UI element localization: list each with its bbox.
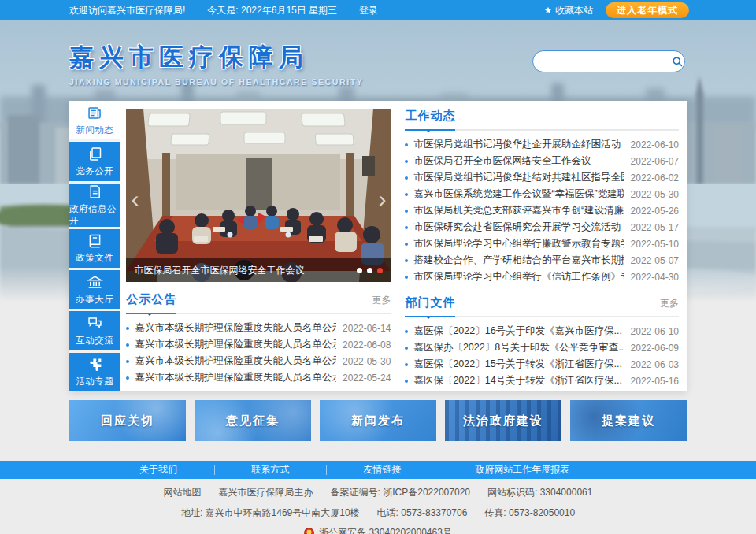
sidebar-item-activities[interactable]: 活动专题 [69,353,120,391]
footer-nav-annual-report[interactable]: 政府网站工作年度报表 [439,463,606,477]
carousel-dots [357,268,383,273]
meeting-photo [126,109,391,282]
sidebar-item-interaction[interactable]: 互动交流 [69,311,120,350]
sidebar-item-label: 互动交流 [76,335,113,347]
search-input[interactable] [533,56,671,67]
site-title: 嘉兴市医疗保障局 JIAXING MUNICIPAL BUREAU OF HEA… [69,41,363,87]
sitemap-link[interactable]: 网站地图 [164,486,202,499]
carousel-dot[interactable] [367,268,372,273]
party-affairs-icon [87,146,103,162]
sidebar-item-label: 党务公开 [76,165,113,177]
site-code-text: 网站标识码: 3304000061 [487,486,592,499]
carousel-caption-bar: 市医保局召开全市医保网络安全工作会议 [126,258,391,282]
quick-link-proposal[interactable]: 提案建议 [570,400,687,441]
footer-nav-bar: 关于我们 联系方式 友情链接 政府网站工作年度报表 [0,461,756,479]
sidebar-item-label: 活动专题 [76,376,113,388]
search-button[interactable] [671,51,684,72]
quick-link-news-release[interactable]: 新闻发布 [320,400,436,441]
login-link[interactable]: 登录 [359,4,378,17]
announcements-section: 公示公告 更多 嘉兴市本级长期护理保险重度失能人员名单公示 (2...2022-… [126,292,391,386]
sidebar: 新闻动态 党务公开 政府信息公开 政策文件 办事大厅 互动交流 [69,101,120,391]
list-item[interactable]: 嘉兴市本级长期护理保险重度失能人员名单公示 (2...2022-05-24 [126,369,391,386]
footer-nav-contact[interactable]: 联系方式 [214,463,326,477]
today-date: 今天是: 2022年6月15日 星期三 [207,4,337,17]
list-item[interactable]: 市医保局党组书记冯俊华赴结对共建社区指导全国文...2022-06-02 [405,169,679,186]
sidebar-item-label: 政府信息公开 [69,203,120,227]
list-item[interactable]: 市医保局理论学习中心组举行《信访工作条例》专题...2022-04-30 [405,269,679,285]
top-bar: 欢迎访问嘉兴市医疗保障局! 今天是: 2022年6月15日 星期三 登录 收藏本… [0,0,756,20]
service-hall-icon [87,274,103,291]
favorite-link[interactable]: 收藏本站 [544,4,593,17]
page: 欢迎访问嘉兴市医疗保障局! 今天是: 2022年6月15日 星期三 登录 收藏本… [0,0,756,534]
announcements-title: 公示公告 [126,292,176,307]
interaction-icon [87,315,103,332]
list-item[interactable]: 嘉兴市本级长期护理保险重度失能人员名单公示 (2...2022-06-08 [126,336,391,353]
list-item[interactable]: 搭建校企合作、产学研相结合的平台嘉兴市长期护理...2022-05-07 [405,252,679,269]
news-carousel[interactable]: ‹ › 市医保局召开全市医保网络安全工作会议 [126,109,391,282]
search-box [532,50,685,72]
footer-nav-about[interactable]: 关于我们 [102,463,214,477]
phone-text: 电话: 0573-83370706 [377,506,468,520]
security-record-text: 浙公网安备 33040202000463号 [319,526,452,534]
work-news-title: 工作动态 [405,109,455,124]
sidebar-item-label: 办事大厅 [76,294,113,306]
department-docs-section: 部门文件 更多 嘉医保〔2022〕16号关于印发《嘉兴市医疗保...2022-0… [405,295,679,389]
sidebar-item-gov-info[interactable]: 政府信息公开 [69,184,120,227]
department-docs-title: 部门文件 [405,295,455,310]
list-item[interactable]: 嘉医保〔2022〕16号关于印发《嘉兴市医疗保...2022-06-10 [405,323,679,339]
news-icon [87,105,103,121]
sidebar-item-policy-docs[interactable]: 政策文件 [69,229,120,268]
carousel-caption: 市医保局召开全市医保网络安全工作会议 [134,264,357,277]
star-icon [544,6,552,14]
quick-link-rule-of-law[interactable]: 法治政府建设 [445,400,561,441]
department-docs-more-link[interactable]: 更多 [660,297,679,310]
carousel-dot[interactable] [357,268,362,273]
list-item[interactable]: 嘉兴市医保系统党建工作会议暨“幸福医保”党建联...2022-05-30 [405,186,679,202]
quick-link-opinion-collect[interactable]: 意见征集 [195,400,311,441]
sidebar-item-label: 新闻动态 [76,124,113,136]
fax-text: 传真: 0573-82050010 [484,506,575,520]
public-security-badge-icon [304,528,314,534]
carousel-dot-active[interactable] [377,268,383,273]
icp-text: 备案证编号: 浙ICP备2022007020 [331,486,470,499]
list-item[interactable]: 嘉医保〔2022〕15号关于转发《浙江省医疗保...2022-06-03 [405,356,679,373]
elder-mode-button[interactable]: 进入老年模式 [606,2,689,18]
list-item[interactable]: 市医保局机关党总支部获评嘉兴市争创“建设清廉机...2022-05-26 [405,202,679,219]
search-icon [672,56,684,68]
content-card: 新闻动态 党务公开 政府信息公开 政策文件 办事大厅 互动交流 [69,101,687,391]
policy-doc-icon [87,232,103,249]
announcements-more-link[interactable]: 更多 [372,294,391,307]
list-item[interactable]: 市医保局理论学习中心组举行廉政警示教育专题学习...2022-05-10 [405,235,679,252]
list-item[interactable]: 市医保局召开全市医保网络安全工作会议2022-06-07 [405,153,679,169]
right-column: 工作动态 市医保局党组书记冯俊华赴企开展助企纾困活动2022-06-10 市医保… [405,101,679,391]
sidebar-item-service-hall[interactable]: 办事大厅 [69,270,120,309]
list-item[interactable]: 嘉兴市本级长期护理保险重度失能人员名单公示 (2...2022-06-14 [126,320,391,336]
host-text: 嘉兴市医疗保障局主办 [219,486,313,499]
quick-link-respond[interactable]: 回应关切 [69,400,186,441]
list-item[interactable]: 市医保局党组书记冯俊华赴企开展助企纾困活动2022-06-10 [405,136,679,153]
list-item[interactable]: 嘉兴市本级长期护理保险重度失能人员名单公示 (2...2022-05-30 [126,353,391,369]
sidebar-item-label: 政策文件 [76,252,113,264]
list-item[interactable]: 嘉医保〔2022〕14号关于转发《浙江省医疗保...2022-05-16 [405,373,679,389]
carousel-next-icon[interactable]: › [373,185,391,213]
site-title-cn: 嘉兴市医疗保障局 [69,41,363,74]
site-title-en: JIAXING MUNICIPAL BUREAU OF HEALTHCARE S… [69,77,363,87]
footer-nav-links[interactable]: 友情链接 [326,463,438,477]
welcome-text: 欢迎访问嘉兴市医疗保障局! [69,4,185,17]
activity-icon [87,356,103,373]
address-text: 地址: 嘉兴市中环南路1469号中南大厦10楼 [181,506,360,520]
sidebar-item-party-affairs[interactable]: 党务公开 [69,142,120,180]
quick-links-row: 回应关切 意见征集 新闻发布 法治政府建设 提案建议 [69,400,687,441]
gov-info-icon [87,184,103,200]
sidebar-item-news[interactable]: 新闻动态 [69,101,120,139]
list-item[interactable]: 嘉医保办〔2022〕8号关于印发《公平竞争审查...2022-06-09 [405,339,679,356]
list-item[interactable]: 市医保研究会赴省医保研究会开展学习交流活动2022-05-17 [405,219,679,235]
work-news-section: 工作动态 市医保局党组书记冯俊华赴企开展助企纾困活动2022-06-10 市医保… [405,109,679,285]
carousel-prev-icon[interactable]: ‹ [126,185,143,213]
footer-info: 网站地图 嘉兴市医疗保障局主办 备案证编号: 浙ICP备2022007020 网… [0,479,756,534]
middle-column: ‹ › 市医保局召开全市医保网络安全工作会议 公示公告 更多 [126,101,391,391]
